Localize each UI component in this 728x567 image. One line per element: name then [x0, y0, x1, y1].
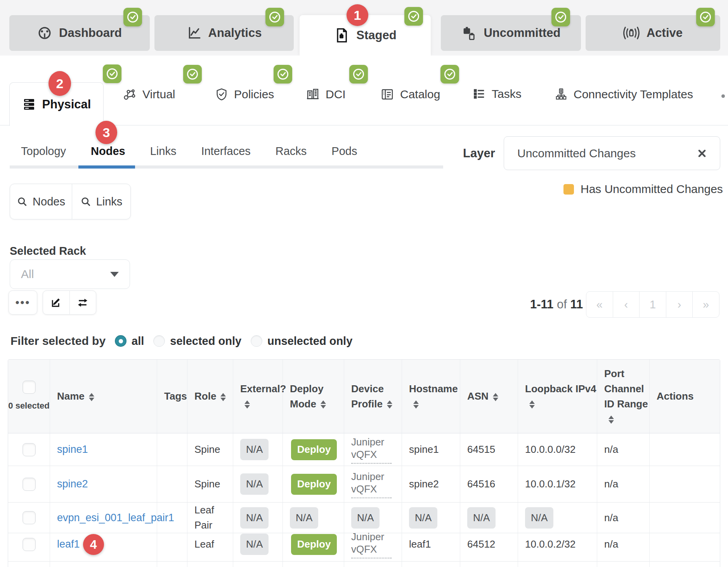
table-header-row: 0 selected Name Tags Role External? Depl…	[8, 360, 720, 433]
committed-check-badge	[103, 64, 121, 83]
tab-tasks[interactable]: Tasks	[473, 87, 522, 101]
deploy-mode-button[interactable]: Deploy	[291, 534, 337, 555]
tab-staged[interactable]: Staged 1	[300, 15, 431, 56]
subnav-interfaces[interactable]: Interfaces	[201, 145, 250, 158]
device-profile-link[interactable]: Juniper vQFX	[351, 470, 392, 498]
row-checkbox[interactable]	[23, 511, 36, 524]
radio-icon[interactable]	[153, 335, 165, 347]
column-header-deploy-mode[interactable]: Deploy Mode	[283, 360, 344, 433]
device-profile-link[interactable]: Juniper vQFX	[351, 530, 392, 558]
subnav-pods[interactable]: Pods	[331, 145, 357, 158]
tab-label: Policies	[234, 88, 274, 101]
subnav-racks[interactable]: Racks	[276, 145, 307, 158]
radio-icon[interactable]	[251, 335, 262, 347]
layer-select[interactable]: Uncommitted Changes	[504, 136, 720, 170]
row-checkbox[interactable]	[23, 538, 36, 551]
committed-check-badge	[183, 65, 202, 83]
subnav-links[interactable]: Links	[150, 145, 177, 158]
node-link[interactable]: spine2	[57, 476, 88, 492]
apstra-blueprint-page: Dashboard Analytics Staged 1 Uncommitted…	[0, 0, 728, 567]
column-header-external[interactable]: External?	[233, 360, 283, 433]
tab-label: Catalog	[400, 88, 440, 101]
tab-label: Uncommitted	[484, 26, 560, 40]
column-header-hostname[interactable]: Hostname	[402, 360, 460, 433]
column-header-port-channel[interactable]: Port Channel ID Range	[597, 360, 650, 433]
tab-physical[interactable]: Physical 2	[9, 82, 104, 126]
tab-active[interactable]: Active	[586, 15, 720, 51]
filter-option-unselected-only[interactable]: unselected only	[251, 335, 352, 348]
more-actions-button[interactable]: •••	[9, 290, 37, 315]
tab-analytics[interactable]: Analytics	[154, 15, 294, 51]
committed-check-badge	[274, 65, 292, 83]
dci-icon	[306, 87, 320, 101]
last-page-button[interactable]: »	[692, 292, 719, 317]
column-header-tags: Tags	[157, 360, 187, 433]
search-nodes-button[interactable]: Nodes	[10, 184, 72, 219]
swap-button[interactable]	[70, 291, 96, 314]
subnav-nodes[interactable]: Nodes	[91, 145, 125, 158]
nodes-subnav: Topology Nodes Links Interfaces Racks Po…	[21, 145, 357, 158]
step-badge-3: 3	[95, 121, 117, 144]
tab-virtual[interactable]: Virtual	[123, 87, 175, 101]
asn-cell: 64516	[460, 466, 518, 503]
next-page-button[interactable]: ›	[666, 292, 693, 317]
column-header-role[interactable]: Role	[187, 360, 233, 433]
current-page[interactable]: 1	[639, 292, 666, 317]
column-header-loopback[interactable]: Loopback IPv4	[518, 360, 597, 433]
sort-icon	[493, 393, 498, 401]
loopback-cell: 10.0.0.1/32	[518, 466, 597, 503]
tab-policies[interactable]: Policies	[215, 87, 274, 101]
legend-label: Has Uncommitted Changes	[581, 183, 723, 196]
column-header-asn[interactable]: ASN	[460, 360, 518, 433]
tab-label: Staged	[356, 28, 396, 42]
committed-check-badge	[440, 65, 459, 83]
node-link[interactable]: evpn_esi_001_leaf_pair1	[57, 510, 174, 526]
tab-connectivity-templates[interactable]: Connectivity Templates	[555, 87, 693, 101]
swap-arrows-icon	[76, 296, 89, 309]
first-page-button[interactable]: «	[586, 292, 613, 317]
table-row-partial	[8, 562, 720, 567]
filter-option-all[interactable]: all	[115, 335, 144, 348]
asn-cell: 64512	[460, 527, 518, 562]
node-link[interactable]: leaf1	[57, 536, 80, 552]
deploy-mode-button[interactable]: Deploy	[291, 439, 337, 460]
table-row: spine1 Spine N/A Deploy Juniper vQFX spi…	[8, 433, 720, 466]
search-links-button[interactable]: Links	[72, 184, 130, 219]
physical-icon	[22, 97, 36, 111]
section-tab-bar: Physical 2 Virtual Policies DCI Catalog …	[0, 56, 728, 125]
prev-page-button[interactable]: ‹	[613, 292, 640, 317]
loopback-badge: N/A	[525, 507, 553, 529]
column-header-name[interactable]: Name	[50, 360, 157, 433]
step-badge-4: 4	[83, 534, 104, 555]
tab-dci[interactable]: DCI	[306, 87, 346, 101]
radio-selected-icon[interactable]	[115, 335, 127, 347]
tab-uncommitted[interactable]: Uncommitted	[441, 15, 581, 51]
clear-icon[interactable]	[697, 149, 707, 158]
subnav-topology[interactable]: Topology	[21, 145, 66, 158]
tags-cell	[157, 527, 187, 562]
row-checkbox[interactable]	[23, 478, 36, 491]
node-link[interactable]: spine1	[57, 442, 88, 457]
tags-cell	[157, 433, 187, 466]
edit-toolbar	[43, 290, 96, 315]
deploy-mode-button[interactable]: Deploy	[291, 474, 337, 495]
selected-rack-select[interactable]: All	[10, 259, 130, 289]
filter-option-selected-only[interactable]: selected only	[153, 335, 241, 348]
asn-cell: 64515	[460, 433, 518, 466]
port-channel-cell: n/a	[597, 433, 650, 466]
dashboard-icon	[37, 26, 52, 40]
tab-dashboard[interactable]: Dashboard	[9, 15, 150, 51]
tab-label: Dashboard	[59, 26, 122, 40]
uncommitted-legend: Has Uncommitted Changes	[563, 183, 723, 196]
edit-button[interactable]	[43, 291, 70, 314]
filter-row: Filter selected by all selected only uns…	[10, 332, 352, 350]
select-all-checkbox[interactable]	[23, 381, 36, 394]
hostname-badge: N/A	[409, 507, 437, 529]
row-checkbox[interactable]	[23, 443, 36, 456]
tab-catalog[interactable]: Catalog	[380, 87, 440, 101]
column-header-device-profile[interactable]: Device Profile	[344, 360, 402, 433]
committed-check-badge	[404, 7, 423, 26]
pagination-range: 1-11 of 11	[530, 297, 583, 311]
device-profile-link[interactable]: Juniper vQFX	[351, 436, 392, 464]
column-header-actions: Actions	[650, 360, 720, 433]
